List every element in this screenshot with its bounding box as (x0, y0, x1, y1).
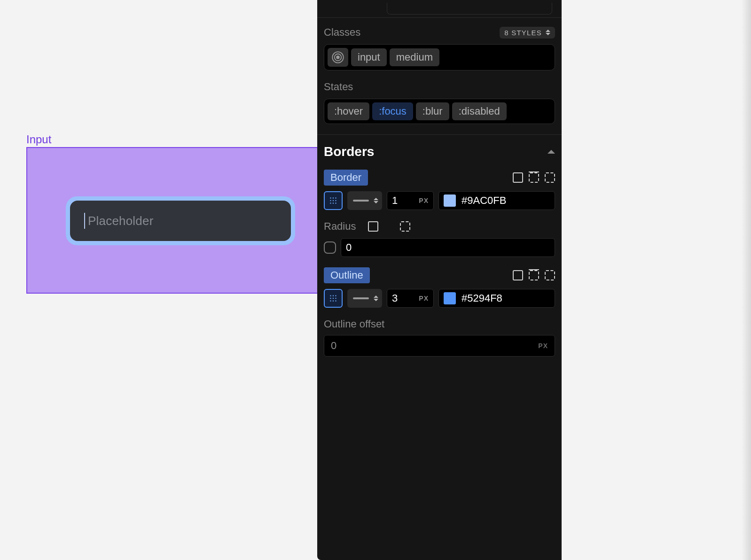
border-color-swatch (444, 194, 456, 207)
border-color-field[interactable]: #9AC0FB (438, 191, 555, 210)
input-focus-ring: Placeholder (66, 196, 295, 245)
styles-count-text: 8 STYLES (504, 29, 542, 37)
svg-point-17 (333, 298, 334, 299)
classes-chip-row[interactable]: input medium (324, 44, 555, 70)
outline-color-swatch (444, 292, 456, 304)
outline-color-hex: #5294F8 (462, 292, 502, 304)
state-disabled[interactable]: :disabled (452, 102, 507, 120)
text-caret (84, 213, 85, 229)
svg-point-11 (333, 202, 334, 203)
border-width-unit: PX (419, 197, 429, 204)
svg-point-13 (330, 295, 331, 296)
outline-offset-value: 0 (331, 340, 336, 352)
state-blur[interactable]: :blur (416, 102, 449, 120)
svg-point-2 (336, 56, 339, 59)
svg-point-21 (335, 300, 336, 301)
grid-dots-icon (328, 195, 338, 206)
svg-point-15 (335, 295, 336, 296)
input-placeholder-text: Placeholder (88, 214, 154, 228)
radius-all-icon[interactable] (368, 221, 378, 232)
outline-all-sides-icon[interactable] (513, 270, 523, 280)
svg-point-18 (335, 298, 336, 299)
svg-point-6 (335, 197, 336, 198)
radius-value-field[interactable]: 0 (341, 238, 555, 257)
radius-label: Radius (324, 220, 356, 233)
target-icon (331, 51, 344, 64)
border-width-field[interactable]: 1 PX (387, 191, 434, 210)
svg-point-16 (330, 298, 331, 299)
outline-width-value: 3 (392, 292, 398, 304)
outline-pill[interactable]: Outline (324, 267, 370, 283)
border-color-hex: #9AC0FB (462, 194, 506, 207)
states-label: States (324, 81, 353, 93)
states-chip-row: :hover :focus :blur :disabled (324, 99, 555, 124)
outline-offset-unit: PX (538, 342, 548, 350)
border-top-side-icon[interactable] (529, 172, 539, 183)
border-individual-sides-icon[interactable] (545, 172, 555, 183)
section-divider (317, 134, 562, 135)
svg-point-7 (330, 200, 331, 201)
classes-section-header: Classes 8 STYLES (324, 26, 555, 39)
radius-top-icon[interactable] (384, 221, 394, 232)
selection-label: Input (26, 133, 51, 146)
line-style-icon (353, 297, 369, 299)
radius-individual-icon[interactable] (400, 221, 410, 232)
updown-icon (374, 296, 378, 301)
updown-icon (374, 198, 378, 203)
radius-preview-icon[interactable] (324, 241, 336, 254)
line-style-icon (353, 200, 369, 202)
target-selector-button[interactable] (328, 48, 348, 67)
radius-value: 0 (346, 241, 352, 254)
border-all-sides-icon[interactable] (513, 172, 523, 183)
state-hover[interactable]: :hover (328, 102, 369, 120)
styles-count-button[interactable]: 8 STYLES (500, 27, 555, 39)
border-pill[interactable]: Border (324, 170, 368, 186)
properties-panel: Classes 8 STYLES input medium States :ho… (317, 0, 562, 560)
outline-side-options (513, 270, 555, 280)
outline-individual-sides-icon[interactable] (545, 270, 555, 280)
classes-label: Classes (324, 26, 360, 39)
chevron-up-icon (548, 150, 555, 154)
input-preview[interactable]: Placeholder (69, 200, 292, 242)
svg-point-4 (330, 197, 331, 198)
panel-top-stub (317, 4, 562, 18)
svg-point-12 (335, 202, 336, 203)
grid-dots-icon (328, 293, 338, 303)
borders-title: Borders (324, 144, 374, 159)
border-side-selector[interactable] (324, 191, 343, 210)
outline-width-unit: PX (419, 295, 429, 302)
border-width-value: 1 (392, 194, 398, 207)
outline-offset-label: Outline offset (324, 318, 555, 330)
svg-point-20 (333, 300, 334, 301)
state-focus[interactable]: :focus (372, 102, 413, 120)
borders-section-header[interactable]: Borders (324, 144, 555, 159)
updown-icon (546, 30, 550, 35)
outline-style-select[interactable] (347, 289, 382, 308)
svg-point-8 (333, 200, 334, 201)
svg-point-19 (330, 300, 331, 301)
outline-offset-field[interactable]: 0 PX (324, 335, 555, 357)
svg-point-14 (333, 295, 334, 296)
border-side-options (513, 172, 555, 183)
outline-color-field[interactable]: #5294F8 (438, 289, 555, 308)
svg-point-9 (335, 200, 336, 201)
border-style-select[interactable] (347, 191, 382, 210)
outline-top-side-icon[interactable] (529, 270, 539, 280)
class-tag-input[interactable]: input (351, 48, 387, 66)
class-tag-medium[interactable]: medium (390, 48, 439, 66)
outline-width-field[interactable]: 3 PX (387, 289, 434, 308)
outline-side-selector[interactable] (324, 289, 343, 308)
states-section-header: States (324, 81, 555, 93)
svg-point-10 (330, 202, 331, 203)
svg-point-5 (333, 197, 334, 198)
